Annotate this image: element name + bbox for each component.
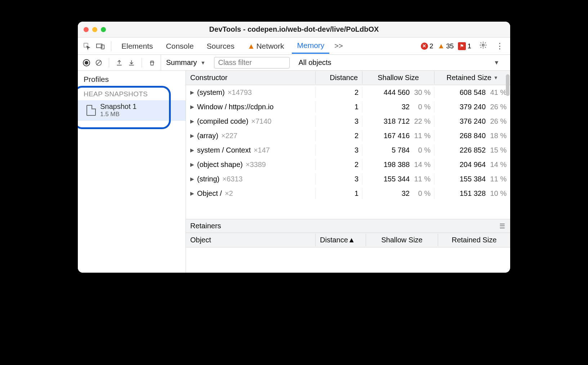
window-controls	[84, 27, 106, 32]
error-count[interactable]: ✕ 2	[421, 42, 433, 50]
tabs-overflow[interactable]: >>	[332, 42, 345, 50]
col-constructor[interactable]: Constructor	[186, 71, 316, 84]
constructor-name: system / Context	[197, 146, 251, 154]
svg-point-3	[482, 44, 484, 46]
retainers-heading: Retainers	[190, 222, 221, 230]
tab-network[interactable]: ▲Network	[242, 39, 289, 53]
snapshot-item[interactable]: Snapshot 1 1.5 MB	[78, 100, 186, 121]
scrollbar[interactable]	[505, 71, 509, 180]
constructor-cell: ▶(string)×6313	[186, 173, 316, 185]
zoom-window-button[interactable]	[101, 27, 106, 32]
sort-asc-icon: ▲	[348, 236, 355, 244]
table-row[interactable]: ▶(compiled code)×71403318 71222 %376 240…	[186, 114, 510, 128]
table-row[interactable]: ▶(system)×147932444 56030 %608 54841 %	[186, 85, 510, 100]
constructor-cell: ▶system / Context×147	[186, 145, 316, 156]
main-tabbar: Elements Console Sources ▲Network Memory…	[78, 38, 510, 55]
constructor-name: (object shape)	[197, 160, 243, 169]
constructor-cell: ▶(system)×14793	[186, 87, 316, 98]
error-icon: ✕	[421, 43, 428, 50]
view-mode-dropdown[interactable]: Summary ▼	[166, 58, 209, 67]
constructor-name: Object /	[197, 189, 222, 198]
instance-count: ×2	[225, 189, 233, 198]
warning-icon: ▲	[437, 42, 445, 50]
constructor-cell: ▶(object shape)×3389	[186, 159, 316, 170]
constructor-cell: ▶(array)×227	[186, 130, 316, 141]
expand-arrow-icon[interactable]: ▶	[190, 162, 194, 167]
table-row[interactable]: ▶(object shape)×33892198 38814 %204 9641…	[186, 157, 510, 172]
constructor-cell: ▶(compiled code)×7140	[186, 116, 316, 127]
expand-arrow-icon[interactable]: ▶	[190, 133, 194, 138]
titlebar: DevTools - codepen.io/web-dot-dev/live/P…	[78, 22, 510, 38]
download-icon[interactable]	[128, 59, 135, 66]
table-row[interactable]: ▶Object /×21320 %151 32810 %	[186, 186, 510, 201]
view-mode-label: Summary	[166, 58, 197, 67]
ret-col-shallow[interactable]: Shallow Size	[366, 234, 438, 246]
distance-cell: 2	[316, 130, 362, 141]
table-row[interactable]: ▶Window / https://cdpn.io1320 %379 24026…	[186, 100, 510, 114]
shallow-cell: 155 34411 %	[362, 173, 435, 185]
warning-count-value: 35	[446, 42, 454, 50]
close-window-button[interactable]	[84, 27, 89, 32]
distance-cell: 1	[316, 188, 362, 199]
tab-sources[interactable]: Sources	[202, 39, 240, 53]
object-scope-label: All objects	[298, 58, 331, 66]
heap-snapshots-heading: HEAP SNAPSHOTS	[78, 88, 186, 100]
inspect-icon[interactable]	[81, 41, 92, 52]
object-scope-dropdown[interactable]: All objects	[298, 58, 331, 67]
retainers-body	[186, 247, 510, 273]
expand-arrow-icon[interactable]: ▶	[190, 89, 194, 95]
ret-col-distance[interactable]: Distance▲	[316, 234, 366, 246]
retainers-menu-icon[interactable]: ☰	[499, 222, 506, 230]
col-shallow[interactable]: Shallow Size	[362, 71, 435, 84]
issues-count[interactable]: ⚑ 1	[458, 42, 471, 50]
col-shallow-label: Shallow Size	[378, 74, 419, 82]
retainers-heading-bar: Retainers ☰	[186, 219, 510, 233]
record-button[interactable]	[83, 59, 90, 66]
device-toggle-icon[interactable]	[95, 41, 106, 52]
distance-cell: 3	[316, 145, 362, 156]
expand-arrow-icon[interactable]: ▶	[190, 118, 194, 124]
tab-memory[interactable]: Memory	[292, 38, 329, 54]
expand-arrow-icon[interactable]: ▶	[190, 147, 194, 153]
retained-cell: 608 54841 %	[435, 87, 510, 98]
tab-elements[interactable]: Elements	[116, 39, 158, 53]
class-filter-input[interactable]	[214, 57, 290, 69]
shallow-cell: 5 7840 %	[362, 145, 435, 156]
col-retained[interactable]: Retained Size▼	[435, 71, 510, 84]
table-row[interactable]: ▶system / Context×14735 7840 %226 85215 …	[186, 143, 510, 157]
shallow-cell: 320 %	[362, 188, 435, 199]
expand-arrow-icon[interactable]: ▶	[190, 190, 194, 196]
col-distance[interactable]: Distance	[316, 71, 362, 84]
ret-col-object-label: Object	[190, 236, 211, 244]
distance-cell: 1	[316, 101, 362, 113]
svg-line-5	[97, 61, 101, 65]
tab-console[interactable]: Console	[161, 39, 199, 53]
distance-cell: 2	[316, 87, 362, 98]
status-badges: ✕ 2 ▲ 35 ⚑ 1	[421, 42, 471, 50]
retained-cell: 376 24026 %	[435, 116, 510, 127]
distance-cell: 2	[316, 159, 362, 170]
more-icon[interactable]: ⋮	[493, 41, 507, 51]
settings-icon[interactable]	[476, 41, 490, 51]
warning-count[interactable]: ▲ 35	[437, 42, 454, 50]
chevron-down-icon[interactable]: ▼	[494, 60, 499, 66]
clear-button[interactable]	[95, 59, 102, 66]
expand-arrow-icon[interactable]: ▶	[190, 176, 194, 182]
issues-count-value: 1	[467, 42, 471, 50]
upload-icon[interactable]	[116, 59, 123, 66]
ret-col-retained[interactable]: Retained Size	[438, 234, 510, 246]
table-row[interactable]: ▶(array)×2272167 41611 %268 84018 %	[186, 128, 510, 143]
minimize-window-button[interactable]	[92, 27, 97, 32]
shallow-cell: 198 38814 %	[362, 159, 435, 170]
snapshot-size: 1.5 MB	[100, 111, 137, 118]
error-count-value: 2	[429, 42, 433, 50]
gc-icon[interactable]	[148, 59, 156, 67]
table-row[interactable]: ▶(string)×63133155 34411 %155 38411 %	[186, 172, 510, 186]
sort-desc-icon: ▼	[494, 75, 498, 80]
warning-icon: ▲	[248, 42, 255, 50]
instance-count: ×14793	[228, 88, 252, 97]
grid-body[interactable]: ▶(system)×147932444 56030 %608 54841 %▶W…	[186, 85, 510, 219]
expand-arrow-icon[interactable]: ▶	[190, 104, 194, 110]
ret-col-object[interactable]: Object	[186, 234, 316, 246]
col-constructor-label: Constructor	[190, 74, 227, 82]
